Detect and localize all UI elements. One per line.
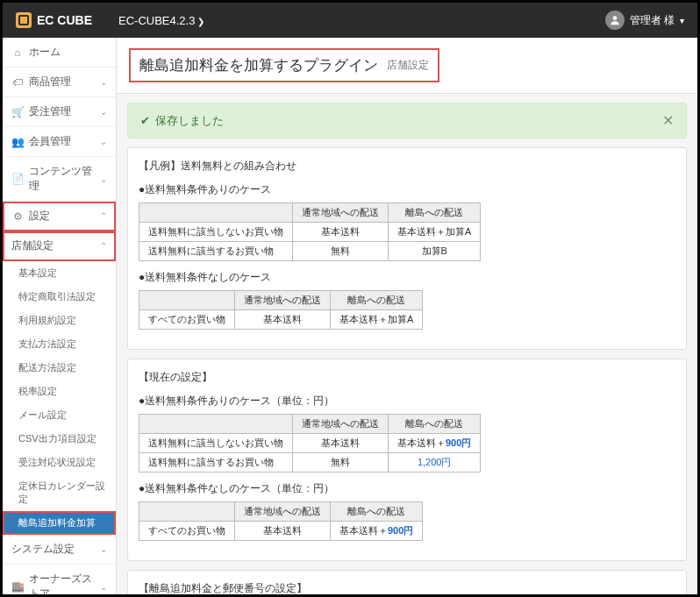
example-heading: 【凡例】送料無料との組み合わせ (139, 159, 675, 174)
store-icon: 🏬 (11, 580, 24, 593)
sidebar-sub-terms[interactable]: 利用規約設定 (3, 309, 116, 332)
sidebar-sub-island[interactable]: 離島追加料金加算 (3, 511, 116, 535)
check-icon: ✔ (140, 114, 150, 127)
example-table1: 通常地域への配送離島への配送 送料無料に該当しないお買い物基本送料基本送料＋加算… (139, 203, 481, 261)
sidebar-sub-csv[interactable]: CSV出力項目設定 (3, 427, 116, 451)
chevron-down-icon: ⌄ (100, 107, 107, 117)
config-heading: 【離島追加料金と郵便番号の設定】 (139, 581, 675, 594)
gear-icon: ⚙ (11, 210, 24, 223)
example-case2: ●送料無料条件なしのケース (139, 270, 675, 285)
user-icon (605, 11, 625, 30)
sidebar-sub-law[interactable]: 特定商取引法設定 (3, 285, 116, 309)
sidebar: ⌂ホーム 🏷商品管理⌄ 🛒受注管理⌄ 👥会員管理⌄ 📄コンテンツ管理⌄ ⚙設定⌃… (3, 38, 117, 594)
page-title: 離島追加料金を加算するプラグイン (139, 55, 378, 75)
sidebar-item-member[interactable]: 👥会員管理⌄ (3, 127, 116, 157)
file-icon: 📄 (11, 173, 24, 185)
chevron-down-icon: ⌄ (100, 174, 107, 184)
sidebar-sub-tax[interactable]: 税率設定 (3, 380, 116, 403)
chevron-down-icon: ⌄ (100, 582, 107, 592)
current-panel: 【現在の設定】 ●送料無料条件ありのケース（単位：円） 通常地域への配送離島への… (127, 359, 687, 561)
cube-icon (16, 12, 32, 28)
sidebar-sub-holiday[interactable]: 定休日カレンダー設定 (3, 474, 116, 511)
sidebar-item-shop[interactable]: 店舗設定⌃ (3, 231, 116, 261)
alert-message: 保存しました (155, 113, 224, 129)
logo[interactable]: EC CUBE (16, 12, 92, 28)
users-icon: 👥 (11, 136, 24, 148)
config-panel: 【離島追加料金と郵便番号の設定】 離島エリアに追加送料を設定可能です 送料無料条… (127, 570, 687, 594)
sidebar-item-content[interactable]: 📄コンテンツ管理⌄ (3, 157, 116, 202)
sidebar-item-home[interactable]: ⌂ホーム (3, 38, 116, 68)
sidebar-sub-status[interactable]: 受注対応状況設定 (3, 451, 116, 474)
example-panel: 【凡例】送料無料との組み合わせ ●送料無料条件ありのケース 通常地域への配送離島… (127, 147, 687, 350)
current-heading: 【現在の設定】 (139, 370, 675, 385)
page-subtitle: 店舗設定 (387, 58, 429, 73)
current-table2: 通常地域への配送離島への配送 すべてのお買い物基本送料基本送料＋900円 (139, 501, 423, 541)
top-header: EC CUBE EC-CUBE4.2.3 管理者 様 ▾ (3, 3, 697, 38)
tag-icon: 🏷 (11, 76, 24, 89)
chevron-down-icon: ▾ (680, 16, 684, 25)
sidebar-item-owners[interactable]: 🏬オーナーズストア⌄ (3, 565, 116, 594)
logo-text: EC CUBE (37, 13, 92, 27)
chevron-down-icon: ⌄ (100, 544, 107, 554)
svg-point-0 (612, 16, 617, 20)
example-table2: 通常地域への配送離島への配送 すべてのお買い物基本送料基本送料＋加算A (139, 290, 423, 330)
close-icon[interactable]: ✕ (662, 112, 674, 129)
cart-icon: 🛒 (11, 106, 24, 118)
sidebar-item-system[interactable]: システム設定⌄ (3, 535, 116, 565)
sidebar-sub-payment[interactable]: 支払方法設定 (3, 332, 116, 356)
current-case1: ●送料無料条件ありのケース（単位：円） (139, 394, 675, 409)
chevron-down-icon: ⌄ (100, 137, 107, 146)
main-content: 離島追加料金を加算するプラグイン 店舗設定 ✔ 保存しました ✕ 【凡例】送料無… (117, 38, 697, 594)
sidebar-item-order[interactable]: 🛒受注管理⌄ (3, 97, 116, 127)
user-menu[interactable]: 管理者 様 ▾ (605, 11, 684, 30)
example-case1: ●送料無料条件ありのケース (139, 182, 675, 197)
sidebar-sub-basic[interactable]: 基本設定 (3, 261, 116, 285)
chevron-down-icon: ⌄ (100, 77, 107, 87)
chevron-up-icon: ⌃ (100, 211, 107, 221)
chevron-up-icon: ⌃ (100, 241, 107, 251)
home-icon: ⌂ (11, 46, 24, 59)
sidebar-sub-delivery[interactable]: 配送方法設定 (3, 356, 116, 380)
sidebar-item-product[interactable]: 🏷商品管理⌄ (3, 68, 116, 97)
version-link[interactable]: EC-CUBE4.2.3 (118, 14, 204, 27)
sidebar-sub-mail[interactable]: メール設定 (3, 403, 116, 427)
current-case2: ●送料無料条件なしのケース（単位：円） (139, 481, 675, 496)
page-title-bar: 離島追加料金を加算するプラグイン 店舗設定 (117, 38, 697, 94)
current-table1: 通常地域への配送離島への配送 送料無料に該当しないお買い物基本送料基本送料＋90… (139, 414, 481, 473)
user-label: 管理者 様 (630, 13, 675, 28)
sidebar-item-setting[interactable]: ⚙設定⌃ (3, 202, 116, 231)
success-alert: ✔ 保存しました ✕ (127, 103, 687, 139)
